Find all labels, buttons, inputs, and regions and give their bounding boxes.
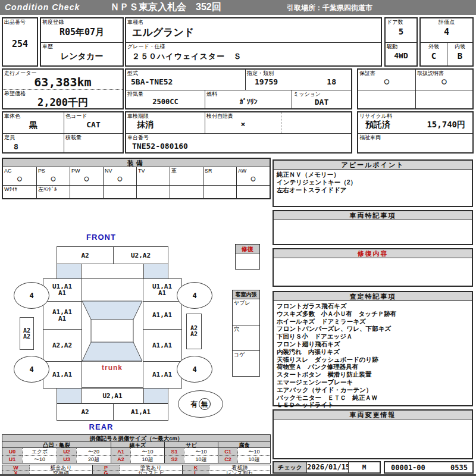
legend-symbol: U0 bbox=[2, 448, 22, 455]
insurance-label: 検付自賠責 bbox=[206, 113, 233, 119]
vehicle-notes-title: 車両特記事項 bbox=[274, 211, 472, 220]
change-info-section: 車両変更情報 bbox=[273, 409, 473, 459]
assessment-section: 査定特記事項 フロントガラス飛石キズ ウスキズ多数 小Ａ小Ｕ有 タッチＰ跡有 ホ… bbox=[273, 291, 473, 406]
exterior-value: C bbox=[421, 51, 447, 61]
wheel-front-left: 4 bbox=[14, 282, 49, 309]
legend-symbol: S2 bbox=[164, 455, 184, 463]
equipment-cell-ac: AC○ bbox=[3, 167, 36, 185]
color-capacity-box: 車体色 黒 色コード CAT 定員 8 積載量 bbox=[2, 111, 124, 154]
model-value: エルグランド bbox=[132, 26, 381, 39]
front-window-corner-left bbox=[57, 264, 82, 279]
grade-label: グレード・仕様 bbox=[127, 43, 165, 49]
panel-fender-right: U1,A1 A1 bbox=[143, 278, 182, 302]
equipment-label: AC bbox=[4, 168, 12, 174]
legend-size: 10超 bbox=[130, 455, 164, 463]
transmission-cell: ミッション DAT bbox=[292, 90, 351, 108]
warranty-mark: ○ bbox=[358, 76, 415, 86]
equipment-label: PS bbox=[38, 168, 45, 174]
car-body-outline: U1,A1 A1 A1,A1 A1 A2,A2 A1,A1 U1,A1 A1 A… bbox=[43, 278, 181, 388]
transmission-value: DAT bbox=[292, 98, 351, 107]
lot-number-value: 254 bbox=[3, 39, 37, 49]
equipment-label: TV bbox=[138, 168, 145, 174]
panel-door-left: A1,A1 A1 bbox=[43, 301, 82, 330]
panel-slide-door-left: A2,A2 bbox=[43, 329, 82, 362]
body-color-value: 黒 bbox=[3, 120, 64, 131]
price-value: 2,200千円 bbox=[3, 96, 123, 108]
load-label: 積載量 bbox=[65, 134, 82, 140]
spare-yes-label: 有 bbox=[191, 399, 198, 409]
panel-side-strip-right: A2 A2 bbox=[186, 314, 202, 349]
equipment-extra-cell: 左ﾊﾝﾄﾞﾙ bbox=[36, 185, 70, 198]
legend-symbol: C1 bbox=[218, 448, 237, 455]
vehicle-notes-section: 車両特記事項 bbox=[273, 210, 473, 245]
legend-size: 10超 bbox=[184, 455, 218, 463]
fuel-value: ｶﾞｿﾘﾝ bbox=[205, 98, 292, 106]
load-cell: 積載量 bbox=[64, 133, 123, 152]
check-box: チェック 2026/01/15 M bbox=[273, 461, 381, 474]
manual-mark: ○ bbox=[416, 76, 472, 86]
equipment-extra-cell bbox=[203, 185, 236, 198]
panel-front-bumper-right: U2,A2 bbox=[113, 246, 168, 264]
panel-rear-bumper-left: A2 bbox=[57, 403, 114, 421]
equipment-extra-cell: Wﾀｲﾔ bbox=[3, 185, 36, 198]
manual-cell: 取扱説明書 ○ bbox=[415, 70, 472, 90]
type-label: 型式 bbox=[127, 70, 138, 76]
assessment-line: ホイールキズ ドアミラーキズ bbox=[277, 318, 469, 325]
legend-size: 〜20 bbox=[76, 448, 111, 455]
brand-logo: Condition Check bbox=[5, 2, 80, 12]
chassis-cell: 車台番号 TNE52-080160 bbox=[126, 133, 351, 152]
equipment-cell-ps: PS○ bbox=[36, 167, 70, 185]
cabin-row-hole: 穴 bbox=[233, 325, 259, 350]
legend-symbol: A2 bbox=[111, 455, 130, 463]
legend-meaning: 看板跡 bbox=[209, 465, 270, 470]
cabin-row-label: コゲ bbox=[234, 352, 245, 358]
displacement-label: 排気量 bbox=[127, 91, 143, 97]
equipment-extra-cell bbox=[170, 185, 203, 198]
spare-tire-oval: 有 無 bbox=[178, 390, 223, 418]
equipment-cell-leather: 革 bbox=[170, 167, 203, 185]
type-value: 5BA-TNE52 bbox=[131, 77, 245, 86]
doors-label: ドア数 bbox=[387, 19, 403, 25]
registration-box: 初度登録 R05年07月 車歴 レンタカー bbox=[40, 17, 124, 67]
inspection-label: 車検期限 bbox=[127, 113, 149, 119]
equipment-mark: ○ bbox=[37, 174, 70, 183]
panel-quarter-right: A1,A1 bbox=[143, 361, 182, 389]
insurance-value: × bbox=[205, 120, 281, 129]
equipment-cell-pw: PW○ bbox=[70, 167, 103, 185]
equipment-extra-label: 左ﾊﾝﾄﾞﾙ bbox=[38, 186, 57, 192]
legend-size: 〜10 bbox=[184, 448, 218, 455]
spare-no-label-circled: 無 bbox=[199, 398, 211, 410]
panel-front-bumper-left: A2 bbox=[57, 246, 114, 264]
equipment-cell-aw: AW○ bbox=[236, 167, 270, 185]
cabin-row-label: ヤブレ bbox=[234, 300, 250, 306]
diagram-front-label: FRONT bbox=[71, 233, 131, 242]
equipment-table: 装備 AC○ PS○ PW○ NV○ TV 革 SR AW○ Wﾀｲﾔ 左ﾊﾝﾄ… bbox=[2, 158, 271, 199]
repair-details-body bbox=[274, 258, 472, 261]
type-cell: 型式 5BA-TNE52 bbox=[126, 70, 245, 90]
panel-door-right: A1,A1 bbox=[143, 301, 182, 330]
welfare-label: 福祉車両 bbox=[359, 134, 381, 140]
equipment-cell-sr: SR bbox=[203, 167, 236, 185]
score-cell: 評価点 4 bbox=[421, 18, 472, 42]
exterior-cell: 外装 C bbox=[421, 42, 447, 65]
assessment-line: エマージェンシーブレーキ bbox=[277, 378, 469, 386]
equipment-label: SR bbox=[205, 168, 212, 174]
legend-meaning: 板金あり bbox=[29, 465, 92, 470]
appeal-line: インテリジェントキー（2） bbox=[277, 178, 469, 186]
equipment-extra-cell bbox=[136, 185, 170, 198]
insurance-cell: 検付自賠責 × bbox=[205, 112, 281, 133]
capacity-value: 8 bbox=[14, 142, 64, 151]
change-info-body bbox=[274, 419, 472, 422]
code-value-1: 00001-00 bbox=[391, 464, 425, 472]
odometer-price-box: 走行メーター 63,383km 希望価格 2,200千円 bbox=[2, 68, 124, 109]
wheel-front-right: 4 bbox=[177, 282, 212, 309]
damage-legend-table: 損傷記号＆損傷サイズ（〜最大cm） 凸凹・亀裂 線キズ サビ 腐食 U0 エクボ… bbox=[2, 434, 271, 464]
appeal-line: 左右オートスライドドア bbox=[277, 186, 469, 194]
warranty-cell: 保証書 ○ bbox=[358, 70, 415, 90]
body-color-cell: 車体色 黒 bbox=[3, 112, 64, 133]
legend-size: 20超 bbox=[76, 455, 111, 463]
code-value-2: 0535 bbox=[450, 464, 468, 472]
legend-symbol: P bbox=[92, 465, 119, 470]
history-label: 車歴 bbox=[42, 43, 53, 49]
legend-symbol: U2 bbox=[57, 448, 76, 455]
